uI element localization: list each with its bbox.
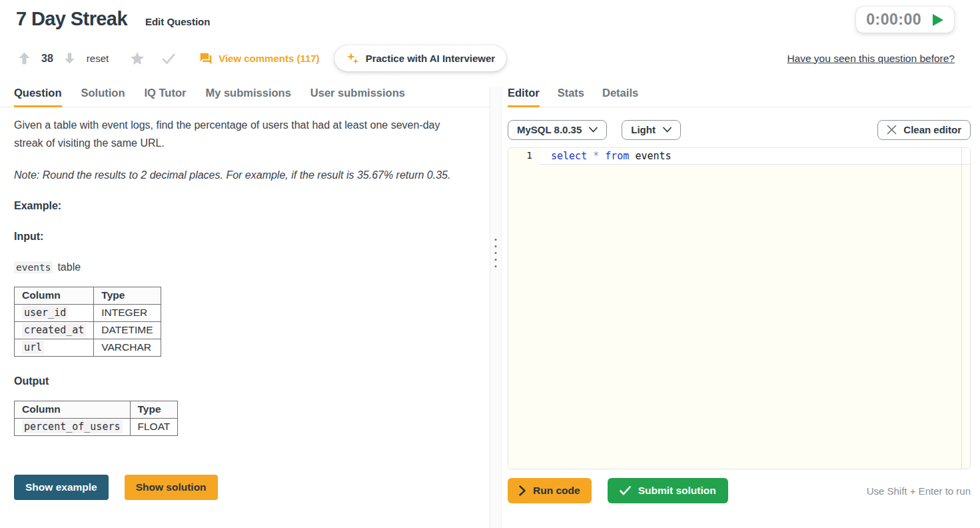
tab-stats[interactable]: Stats <box>558 87 584 107</box>
view-comments-label: View comments (117) <box>219 53 319 64</box>
column-type: VARCHAR <box>94 339 161 357</box>
line-number: 1 <box>508 148 539 165</box>
sparkles-icon <box>346 51 360 65</box>
editor-scrollbar[interactable] <box>961 148 970 469</box>
reset-link[interactable]: reset <box>87 53 109 64</box>
timer-card: 0:00:00 <box>856 7 954 33</box>
example-label: Example: <box>14 200 463 212</box>
sql-keyword: from <box>605 150 629 162</box>
sql-dialect-value: MySQL 8.0.35 <box>517 124 582 135</box>
main-split: Question Solution IQ Tutor My submission… <box>0 87 980 528</box>
column-type: FLOAT <box>130 419 178 436</box>
sql-identifier: events <box>635 150 671 162</box>
submit-solution-label: Submit solution <box>638 485 716 497</box>
show-example-button[interactable]: Show example <box>14 475 109 500</box>
table-header-row: Column Type <box>15 401 178 419</box>
shortcut-hint: Use Shift + Enter to run <box>867 485 971 497</box>
column-type: INTEGER <box>94 305 161 322</box>
practice-ai-interviewer-button[interactable]: Practice with AI Interviewer <box>334 45 507 71</box>
upvote-icon[interactable] <box>17 51 31 65</box>
tab-my-submissions[interactable]: My submissions <box>205 87 290 107</box>
comments-icon <box>199 52 213 65</box>
view-comments-link[interactable]: View comments (117) <box>199 52 319 65</box>
question-panel: Question Solution IQ Tutor My submission… <box>0 87 490 528</box>
tab-iq-tutor[interactable]: IQ Tutor <box>145 87 187 107</box>
type-header: Type <box>94 287 161 305</box>
table-row: user_id INTEGER <box>15 305 161 322</box>
downvote-icon[interactable] <box>63 52 76 65</box>
title-row: 7 Day Streak Edit Question <box>16 8 955 30</box>
check-icon <box>620 486 631 495</box>
edit-question-link[interactable]: Edit Question <box>145 16 211 27</box>
question-content: Given a table with event logs, find the … <box>0 107 490 500</box>
editor-actions-row: Run code Submit solution Use Shift + Ent… <box>508 478 971 503</box>
column-header: Column <box>15 287 94 305</box>
sql-keyword: select <box>551 150 587 162</box>
clean-editor-button[interactable]: Clean editor <box>877 120 971 140</box>
practice-ai-label: Practice with AI Interviewer <box>366 53 496 64</box>
tab-question[interactable]: Question <box>14 87 62 107</box>
output-label: Output <box>14 375 463 387</box>
code-line-content: select * from events <box>539 148 970 165</box>
drag-dots-icon <box>495 239 497 267</box>
bookmark-star-icon[interactable] <box>129 51 145 67</box>
upvote-count: 38 <box>41 53 53 65</box>
column-header: Column <box>15 401 131 419</box>
chevron-down-icon <box>663 127 672 133</box>
run-code-label: Run code <box>533 485 580 497</box>
tab-editor[interactable]: Editor <box>508 87 540 107</box>
theme-value: Light <box>631 124 656 135</box>
question-note: Note: Round the results to 2 decimal pla… <box>14 169 463 181</box>
input-schema-table: Column Type user_id INTEGER created_at D… <box>14 287 161 357</box>
tab-user-submissions[interactable]: User submissions <box>310 87 405 107</box>
submit-solution-button[interactable]: Submit solution <box>608 478 728 503</box>
page-header: 7 Day Streak Edit Question 0:00:00 38 re… <box>0 0 980 71</box>
chevron-down-icon <box>589 127 598 133</box>
play-icon[interactable] <box>931 13 944 27</box>
tab-solution[interactable]: Solution <box>81 87 125 107</box>
type-header: Type <box>130 401 178 419</box>
sql-dialect-select[interactable]: MySQL 8.0.35 <box>508 120 607 140</box>
run-code-button[interactable]: Run code <box>508 478 592 503</box>
panel-resize-handle[interactable] <box>490 87 502 528</box>
table-header-row: Column Type <box>15 287 161 305</box>
events-suffix: table <box>57 261 81 273</box>
editor-controls: MySQL 8.0.35 Light Clean editor <box>508 120 971 140</box>
code-line-1: 1 select * from events <box>508 148 970 165</box>
events-code: events <box>14 261 53 273</box>
code-editor[interactable]: 1 select * from events <box>508 147 971 469</box>
editor-panel: Editor Stats Details MySQL 8.0.35 Light <box>502 87 980 528</box>
table-row: url VARCHAR <box>15 339 161 357</box>
clean-editor-label: Clean editor <box>903 124 961 135</box>
question-tabbar: Question Solution IQ Tutor My submission… <box>0 87 490 107</box>
table-row: percent_of_users FLOAT <box>15 419 178 436</box>
theme-select[interactable]: Light <box>622 120 681 140</box>
question-buttons: Show example Show solution <box>14 475 463 500</box>
events-table-caption: eventstable <box>14 261 463 273</box>
column-name: user_id <box>22 306 68 319</box>
page-title: 7 Day Streak <box>16 8 127 30</box>
column-name: created_at <box>22 323 86 337</box>
chevron-right-icon <box>519 485 526 496</box>
editor-tabbar: Editor Stats Details <box>508 87 971 107</box>
question-text: Given a table with event logs, find the … <box>14 116 463 152</box>
seen-before-link[interactable]: Have you seen this question before? <box>787 53 955 65</box>
input-label: Input: <box>14 231 463 243</box>
close-icon <box>887 125 897 135</box>
question-actions-row: 38 reset View comments (117) Practice wi… <box>16 45 955 71</box>
column-type: DATETIME <box>94 322 161 339</box>
sql-operator: * <box>593 150 599 162</box>
tab-details[interactable]: Details <box>602 87 638 107</box>
table-row: created_at DATETIME <box>15 322 161 339</box>
column-name: url <box>22 341 44 354</box>
mark-complete-check-icon[interactable] <box>161 51 177 67</box>
timer-value: 0:00:00 <box>866 11 921 29</box>
show-solution-button[interactable]: Show solution <box>125 475 218 500</box>
column-name: percent_of_users <box>22 420 123 433</box>
output-schema-table: Column Type percent_of_users FLOAT <box>14 401 178 436</box>
